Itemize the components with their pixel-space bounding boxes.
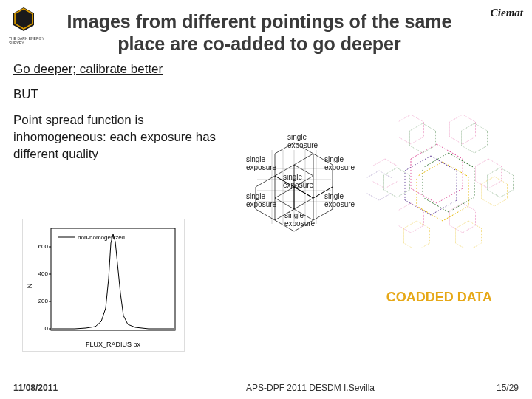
svg-marker-29 bbox=[462, 123, 488, 153]
slide-header: THE DARK ENERGY SURVEY Images from diffe… bbox=[0, 0, 532, 62]
hex-cluster-coadded bbox=[366, 115, 521, 248]
svg-marker-0 bbox=[13, 7, 34, 31]
svg-text:200: 200 bbox=[38, 298, 49, 304]
svg-marker-33 bbox=[417, 162, 468, 221]
svg-marker-37 bbox=[405, 156, 457, 215]
label-se-mr: singleexposure bbox=[324, 155, 355, 171]
svg-marker-8 bbox=[256, 176, 294, 220]
ciemat-logo: Ciemat bbox=[471, 6, 523, 19]
svg-marker-6 bbox=[294, 187, 332, 220]
svg-marker-2 bbox=[275, 165, 313, 209]
label-se-ml: singleexposure bbox=[246, 155, 276, 171]
footer-date: 11/08/2011 bbox=[13, 383, 161, 393]
svg-text:0: 0 bbox=[45, 325, 49, 332]
bullet-but: BUT bbox=[13, 87, 519, 102]
svg-marker-30 bbox=[410, 123, 436, 153]
svg-marker-23 bbox=[398, 115, 424, 144]
svg-marker-22 bbox=[450, 115, 476, 144]
footer-center: APS-DPF 2011 DESDM I.Sevilla bbox=[161, 383, 460, 393]
label-se-mid: singleexposure bbox=[283, 173, 313, 189]
bullet-go-deeper: Go deeper; calibrate better bbox=[13, 62, 519, 77]
slide-footer: 11/08/2011 APS-DPF 2011 DESDM I.Sevilla … bbox=[0, 383, 532, 393]
svg-marker-35 bbox=[404, 221, 430, 248]
svg-marker-24 bbox=[476, 159, 502, 188]
svg-text:400: 400 bbox=[38, 270, 49, 277]
des-logo: THE DARK ENERGY SURVEY bbox=[9, 6, 47, 45]
label-se-bl: singleexposure bbox=[246, 192, 276, 208]
coadded-caption: COADDED DATA bbox=[386, 290, 492, 305]
svg-marker-36 bbox=[482, 177, 508, 206]
svg-marker-25 bbox=[372, 159, 398, 188]
svg-marker-4 bbox=[275, 143, 313, 187]
plot-legend: non-homogenized bbox=[78, 234, 125, 241]
label-se-top: singleexposure bbox=[287, 133, 318, 149]
svg-marker-7 bbox=[275, 187, 313, 231]
svg-marker-34 bbox=[456, 221, 482, 248]
flux-radius-histogram: 0 200 400 600 N FLUX_RADIUS px non-homog… bbox=[22, 219, 185, 352]
svg-marker-32 bbox=[384, 168, 410, 197]
label-se-br: singleexposure bbox=[324, 192, 355, 208]
svg-marker-31 bbox=[488, 168, 514, 197]
label-se-bot: singleexposure bbox=[284, 211, 315, 228]
svg-marker-38 bbox=[366, 171, 392, 200]
svg-marker-5 bbox=[294, 154, 332, 198]
footer-page: 15/29 bbox=[460, 383, 519, 393]
plot-xlabel: FLUX_RADIUS px bbox=[86, 341, 141, 348]
svg-marker-21 bbox=[411, 144, 463, 203]
svg-marker-28 bbox=[423, 153, 474, 212]
svg-text:600: 600 bbox=[38, 243, 49, 250]
plot-ylabel: N bbox=[26, 284, 33, 289]
hex-cluster-single-exposures: singleexposure singleexposure singleexpo… bbox=[224, 132, 364, 242]
des-logo-subtext: THE DARK ENERGY SURVEY bbox=[9, 37, 47, 45]
slide-title: Images from different pointings of the s… bbox=[47, 6, 471, 62]
svg-marker-26 bbox=[450, 203, 476, 233]
